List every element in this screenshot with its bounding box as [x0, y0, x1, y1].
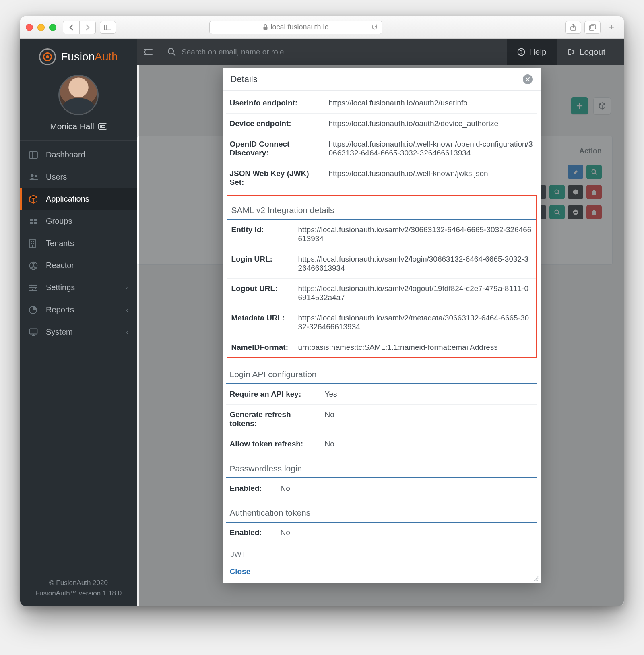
svg-point-27 — [168, 48, 173, 54]
sidebar-item-settings[interactable]: Settings‹ — [20, 277, 137, 299]
logout-icon — [568, 48, 576, 56]
radiation-icon — [29, 261, 39, 270]
username-row[interactable]: Monica Hall — [50, 122, 107, 131]
lock-icon — [263, 24, 268, 30]
panel-icon — [104, 25, 111, 30]
sidebar-item-applications[interactable]: Applications — [20, 188, 137, 210]
kv-value: https://local.fusionauth.io/samlv2/metad… — [298, 314, 532, 331]
chevron-left-icon: ‹ — [126, 329, 128, 335]
svg-rect-19 — [33, 243, 34, 244]
username: Monica Hall — [50, 122, 94, 131]
main-area: ? Help Logout Actio — [137, 39, 624, 606]
svg-rect-20 — [32, 245, 33, 248]
refresh-button[interactable] — [371, 24, 378, 31]
modal-body[interactable]: Userinfo endpoint:https://local.fusionau… — [223, 91, 541, 560]
chevron-left-icon — [69, 24, 74, 31]
share-button[interactable] — [565, 21, 581, 34]
kv-key: Logout URL: — [231, 284, 292, 302]
stacked-squares-icon — [589, 24, 596, 31]
kv-key: OpenID Connect Discovery: — [230, 140, 322, 157]
modal-overlay[interactable]: Details Userinfo endpoint:https://local.… — [139, 65, 624, 606]
minimize-window-icon[interactable] — [37, 24, 45, 31]
brand-prefix: Fusion — [61, 50, 95, 63]
fullscreen-window-icon[interactable] — [49, 24, 56, 31]
sidebar-item-groups[interactable]: Groups — [20, 210, 137, 232]
kv-row: JSON Web Key (JWK) Set:https://local.fus… — [226, 163, 537, 192]
collapse-sidebar-button[interactable] — [137, 39, 159, 65]
svg-text:?: ? — [520, 49, 522, 55]
cube-icon — [29, 195, 39, 204]
kv-value: https://local.fusionauth.io/samlv2/logou… — [298, 284, 532, 302]
sidebar-item-system[interactable]: System‹ — [20, 321, 137, 343]
sidebar-footer: © FusionAuth 2020 FusionAuth™ version 1.… — [20, 571, 137, 606]
svg-rect-14 — [34, 222, 37, 224]
kv-value: No — [325, 440, 533, 448]
brand-logo: FusionAuth — [20, 39, 137, 71]
users-icon — [29, 174, 39, 181]
close-icon — [525, 77, 530, 82]
kv-row: Enabled:No — [226, 523, 537, 543]
close-link[interactable]: Close — [230, 567, 251, 576]
search-box[interactable] — [159, 39, 507, 65]
resize-handle-icon[interactable] — [533, 576, 539, 581]
mac-titlebar: local.fusionauth.io + — [20, 16, 624, 39]
svg-point-23 — [31, 284, 32, 286]
groups-icon — [29, 218, 39, 225]
kv-value: urn:oasis:names:tc:SAML:1.1:nameid-forma… — [298, 343, 532, 352]
sidebar-item-dashboard[interactable]: Dashboard — [20, 144, 137, 166]
tabs-button[interactable] — [584, 21, 601, 34]
kv-key: Allow token refresh: — [230, 440, 318, 448]
sidebar-toggle-button[interactable] — [100, 21, 116, 34]
close-modal-button[interactable] — [523, 74, 533, 84]
kv-key: Login URL: — [231, 255, 292, 273]
sidebar-item-label: Users — [46, 172, 67, 182]
modal-header: Details — [223, 68, 541, 91]
new-tab-button[interactable]: + — [605, 16, 618, 39]
logo-mark-icon — [39, 48, 56, 65]
sidebar-item-label: Applications — [46, 194, 89, 204]
svg-rect-13 — [30, 222, 33, 224]
dashboard-icon — [29, 151, 39, 159]
svg-rect-4 — [589, 26, 594, 30]
traffic-lights — [26, 24, 56, 31]
avatar[interactable] — [58, 75, 99, 115]
help-button[interactable]: ? Help — [507, 39, 557, 65]
back-button[interactable] — [63, 21, 79, 34]
kv-row: Logout URL:https://local.fusionauth.io/s… — [227, 279, 536, 308]
search-input[interactable] — [182, 48, 499, 56]
building-icon — [29, 239, 39, 248]
sidebar-item-users[interactable]: Users — [20, 166, 137, 188]
address-bar[interactable]: local.fusionauth.io — [209, 21, 382, 34]
pie-icon — [29, 306, 39, 314]
id-card-icon — [98, 123, 107, 130]
sidebar-item-reactor[interactable]: Reactor — [20, 254, 137, 277]
sidebar-item-label: Reactor — [46, 261, 74, 270]
close-window-icon[interactable] — [26, 24, 33, 31]
kv-row: Require an API key:Yes — [226, 384, 537, 405]
logout-label: Logout — [580, 47, 605, 57]
kv-value: https://local.fusionauth.io/samlv2/login… — [298, 255, 532, 273]
passwordless-section-header: Passwordless login — [226, 457, 537, 478]
kv-value: No — [281, 528, 533, 537]
kv-value: https://local.fusionauth.io/oauth2/useri… — [329, 99, 533, 107]
forward-button[interactable] — [79, 21, 95, 34]
kv-key: JSON Web Key (JWK) Set: — [230, 169, 322, 187]
sidebar-item-reports[interactable]: Reports‹ — [20, 299, 137, 321]
kv-key: Generate refresh tokens: — [230, 410, 318, 428]
footer-version: FusionAuth™ version 1.18.0 — [24, 588, 133, 599]
side-nav: DashboardUsersApplicationsGroupsTenantsR… — [20, 141, 137, 571]
kv-row: OpenID Connect Discovery:https://local.f… — [226, 134, 537, 163]
sidebar-item-tenants[interactable]: Tenants — [20, 232, 137, 254]
auth-tokens-section-header: Authentication tokens — [226, 501, 537, 523]
svg-rect-18 — [31, 243, 32, 244]
logout-button[interactable]: Logout — [557, 39, 616, 65]
saml-highlight-block: SAML v2 Integration details Entity Id:ht… — [227, 195, 537, 358]
kv-row: Entity Id:https://local.fusionauth.io/sa… — [227, 220, 536, 249]
sidebar-item-label: Dashboard — [46, 150, 85, 159]
sidebar-item-label: Settings — [46, 283, 75, 292]
svg-rect-0 — [105, 25, 111, 30]
help-label: Help — [529, 47, 547, 57]
kv-row: Login URL:https://local.fusionauth.io/sa… — [227, 249, 536, 279]
kv-row: Metadata URL:https://local.fusionauth.io… — [227, 308, 536, 337]
svg-point-24 — [35, 287, 36, 288]
